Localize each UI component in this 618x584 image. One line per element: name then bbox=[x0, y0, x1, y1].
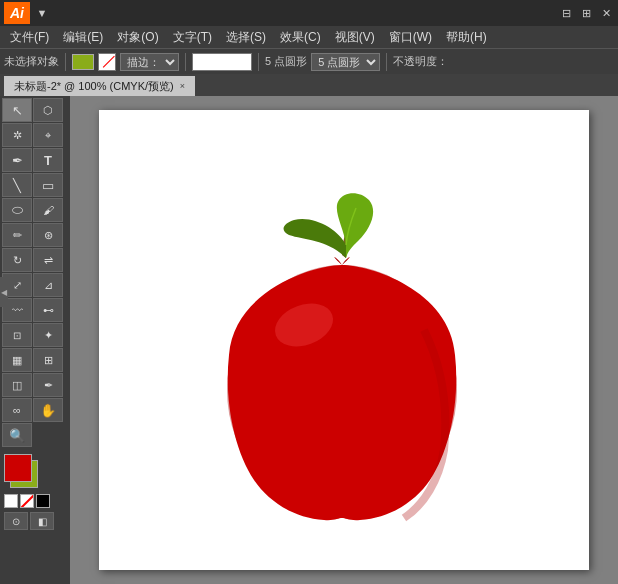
menu-effect[interactable]: 效果(C) bbox=[274, 26, 327, 48]
ai-logo: Ai bbox=[4, 2, 30, 24]
line-btn[interactable]: ╲ bbox=[2, 173, 32, 197]
color-mode-btn[interactable]: ⊙ bbox=[4, 512, 28, 530]
minimize-icon[interactable]: ▼ bbox=[34, 5, 50, 21]
fill-swatch[interactable] bbox=[72, 54, 94, 70]
menu-window[interactable]: 窗口(W) bbox=[383, 26, 438, 48]
toolbar-text-input[interactable] bbox=[192, 53, 252, 71]
point-label: 5 点圆形 bbox=[265, 54, 307, 69]
tool-row-11: ▦ ⊞ bbox=[2, 348, 68, 372]
menu-help[interactable]: 帮助(H) bbox=[440, 26, 493, 48]
menu-file[interactable]: 文件(F) bbox=[4, 26, 55, 48]
zoom-btn[interactable]: 🔍 bbox=[2, 423, 32, 447]
rotate-btn[interactable]: ↻ bbox=[2, 248, 32, 272]
toolbar-divider-4 bbox=[386, 53, 387, 71]
tool-row-1: ↖ ⬡ bbox=[2, 98, 68, 122]
reflect-btn[interactable]: ⇌ bbox=[33, 248, 63, 272]
canvas-panel bbox=[99, 110, 589, 570]
tool-row-3: ✒ T bbox=[2, 148, 68, 172]
graph-btn[interactable]: ▦ bbox=[2, 348, 32, 372]
symbol-btn[interactable]: ✦ bbox=[33, 323, 63, 347]
pen-btn[interactable]: ✒ bbox=[2, 148, 32, 172]
swatch-area: ⊙ ◧ bbox=[2, 452, 68, 532]
tab-close-button[interactable]: × bbox=[180, 81, 185, 91]
magic-wand-btn[interactable]: ✲ bbox=[2, 123, 32, 147]
blend-btn[interactable]: ∞ bbox=[2, 398, 32, 422]
selection-tool-btn[interactable]: ↖ bbox=[2, 98, 32, 122]
tool-row-2: ✲ ⌖ bbox=[2, 123, 68, 147]
gradient-mode-btn[interactable]: ◧ bbox=[30, 512, 54, 530]
panel-collapse-handle[interactable]: ◀ bbox=[0, 277, 8, 307]
menu-object[interactable]: 对象(O) bbox=[111, 26, 164, 48]
eyedropper-btn[interactable]: ✒ bbox=[33, 373, 63, 397]
tool-row-8: ⤢ ⊿ bbox=[2, 273, 68, 297]
tool-row-5: ⬭ 🖌 bbox=[2, 198, 68, 222]
foreground-color-swatch[interactable] bbox=[4, 454, 32, 482]
document-tab[interactable]: 未标题-2* @ 100% (CMYK/预览) × bbox=[4, 76, 195, 96]
fill-none-btn[interactable]: — bbox=[98, 53, 116, 71]
window-controls[interactable]: ⊟ bbox=[558, 5, 574, 21]
menu-bar: 文件(F) 编辑(E) 对象(O) 文字(T) 选择(S) 效果(C) 视图(V… bbox=[0, 26, 618, 48]
maximize-icon[interactable]: ⊞ bbox=[578, 5, 594, 21]
toolbar-divider-3 bbox=[258, 53, 259, 71]
tab-label: 未标题-2* @ 100% (CMYK/预览) bbox=[14, 79, 174, 94]
type-btn[interactable]: T bbox=[33, 148, 63, 172]
canvas-area bbox=[70, 96, 618, 584]
main-area: ◀ ↖ ⬡ ✲ ⌖ ✒ T ╲ ▭ ⬭ 🖌 ✏ ⊛ ↻ ⇌ bbox=[0, 96, 618, 584]
mode-row: ⊙ ◧ bbox=[4, 512, 66, 530]
black-swatch[interactable] bbox=[36, 494, 50, 508]
pencil-btn[interactable]: ✏ bbox=[2, 223, 32, 247]
toolbar-divider-1 bbox=[65, 53, 66, 71]
tool-row-12: ◫ ✒ bbox=[2, 373, 68, 397]
paintbrush-btn[interactable]: 🖌 bbox=[33, 198, 63, 222]
toolbox: ◀ ↖ ⬡ ✲ ⌖ ✒ T ╲ ▭ ⬭ 🖌 ✏ ⊛ ↻ ⇌ bbox=[0, 96, 70, 584]
menu-view[interactable]: 视图(V) bbox=[329, 26, 381, 48]
title-bar: Ai ▼ ⊟ ⊞ ✕ bbox=[0, 0, 618, 26]
hand-btn[interactable]: ✋ bbox=[33, 398, 63, 422]
toolbar: 未选择对象 — 描边： 5 点圆形 5 点圆形 不透明度： bbox=[0, 48, 618, 74]
tab-bar: 未标题-2* @ 100% (CMYK/预览) × bbox=[0, 74, 618, 96]
ellipse-btn[interactable]: ⬭ bbox=[2, 198, 32, 222]
width-btn[interactable]: ⊷ bbox=[33, 298, 63, 322]
tool-row-9: 〰 ⊷ bbox=[2, 298, 68, 322]
rect-btn[interactable]: ▭ bbox=[33, 173, 63, 197]
tool-row-6: ✏ ⊛ bbox=[2, 223, 68, 247]
selection-label: 未选择对象 bbox=[4, 54, 59, 69]
brush-select[interactable]: 5 点圆形 bbox=[311, 53, 380, 71]
freetransform-btn[interactable]: ⊡ bbox=[2, 323, 32, 347]
apple-illustration bbox=[184, 150, 504, 530]
menu-edit[interactable]: 编辑(E) bbox=[57, 26, 109, 48]
mesh-btn[interactable]: ⊞ bbox=[33, 348, 63, 372]
tool-row-7: ↻ ⇌ bbox=[2, 248, 68, 272]
stroke-select[interactable]: 描边： bbox=[120, 53, 179, 71]
none-swatch[interactable] bbox=[20, 494, 34, 508]
toolbar-divider-2 bbox=[185, 53, 186, 71]
white-swatch[interactable] bbox=[4, 494, 18, 508]
tool-row-10: ⊡ ✦ bbox=[2, 323, 68, 347]
shear-btn[interactable]: ⊿ bbox=[33, 273, 63, 297]
color-swatches bbox=[4, 454, 52, 490]
close-icon[interactable]: ✕ bbox=[598, 5, 614, 21]
tool-row-14: 🔍 bbox=[2, 423, 68, 447]
blob-btn[interactable]: ⊛ bbox=[33, 223, 63, 247]
direct-select-btn[interactable]: ⬡ bbox=[33, 98, 63, 122]
swatch-small-row bbox=[4, 494, 66, 508]
tool-row-13: ∞ ✋ bbox=[2, 398, 68, 422]
menu-type[interactable]: 文字(T) bbox=[167, 26, 218, 48]
gradient-btn[interactable]: ◫ bbox=[2, 373, 32, 397]
tool-row-4: ╲ ▭ bbox=[2, 173, 68, 197]
lasso-btn[interactable]: ⌖ bbox=[33, 123, 63, 147]
menu-select[interactable]: 选择(S) bbox=[220, 26, 272, 48]
opacity-label: 不透明度： bbox=[393, 54, 448, 69]
